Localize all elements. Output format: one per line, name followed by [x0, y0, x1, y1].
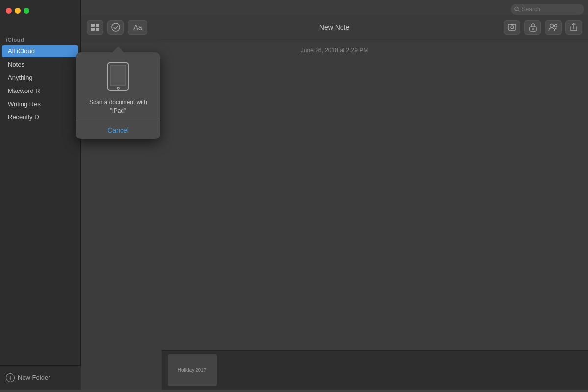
font-label: Aa — [133, 23, 142, 31]
svg-rect-15 — [110, 65, 126, 86]
sidebar: iCloud All iCloud Notes Anything Macword… — [0, 0, 81, 390]
minimize-button[interactable] — [15, 8, 21, 14]
toolbar-right-buttons — [504, 20, 582, 35]
thumbnail-strip: Holiday 2017 — [162, 350, 588, 390]
list-view-button[interactable] — [87, 20, 103, 35]
svg-point-13 — [555, 24, 557, 27]
svg-rect-4 — [91, 28, 95, 31]
new-folder-label: New Folder — [18, 374, 50, 381]
search-input[interactable] — [522, 6, 580, 13]
sidebar-item-macword-r[interactable]: Macword R — [2, 85, 78, 97]
svg-rect-5 — [96, 28, 99, 31]
svg-point-8 — [511, 26, 514, 29]
toolbar: Aa New Note — [81, 15, 588, 40]
svg-point-12 — [550, 24, 554, 27]
share-button[interactable] — [565, 20, 582, 35]
thumbnail-item[interactable]: Holiday 2017 — [168, 354, 217, 386]
plus-circle-icon: + — [6, 373, 15, 382]
people-icon — [548, 23, 558, 31]
sidebar-item-anything[interactable]: Anything — [2, 71, 78, 84]
svg-rect-2 — [91, 24, 95, 27]
search-bar[interactable] — [511, 4, 584, 15]
thumbnail-label: Holiday 2017 — [176, 366, 208, 375]
search-icon — [514, 6, 520, 12]
font-button[interactable]: Aa — [128, 20, 147, 35]
lock-icon — [529, 23, 537, 32]
photo-icon — [508, 23, 516, 31]
sidebar-item-recently-d[interactable]: Recently D — [2, 111, 78, 123]
svg-rect-3 — [96, 24, 99, 27]
share-icon — [570, 23, 578, 32]
svg-point-6 — [112, 23, 120, 31]
desktop: iCloud All iCloud Notes Anything Macword… — [0, 0, 588, 392]
note-title: New Note — [319, 23, 349, 31]
popup-content: Scan a document with "iPad" — [76, 52, 160, 121]
window-traffic-lights — [6, 8, 29, 14]
sidebar-item-writing-res[interactable]: Writing Res — [2, 98, 78, 110]
sidebar-item-notes[interactable]: Notes — [2, 58, 78, 70]
svg-line-1 — [518, 10, 519, 11]
svg-rect-7 — [508, 24, 516, 30]
checklist-button[interactable] — [107, 20, 124, 35]
popup-overlay: Scan a document with "iPad" Cancel — [76, 46, 160, 139]
sidebar-section-icloud: iCloud — [0, 27, 80, 45]
photo-button[interactable] — [504, 20, 520, 35]
close-button[interactable] — [6, 8, 12, 14]
new-folder-button[interactable]: + New Folder — [6, 373, 50, 382]
maximize-button[interactable] — [24, 8, 29, 14]
check-circle-icon — [111, 23, 120, 32]
collaboration-button[interactable] — [545, 20, 562, 35]
svg-point-0 — [515, 7, 518, 11]
svg-point-11 — [532, 28, 534, 30]
svg-rect-9 — [511, 24, 514, 25]
lock-button[interactable] — [524, 20, 541, 35]
sidebar-item-all-icloud[interactable]: All iCloud — [2, 45, 78, 57]
popup-cancel-button[interactable]: Cancel — [76, 121, 160, 139]
grid-icon — [91, 24, 99, 31]
sidebar-bottom: + New Folder — [0, 365, 81, 390]
svg-point-16 — [117, 87, 119, 89]
scan-document-popup: Scan a document with "iPad" Cancel — [76, 52, 160, 139]
popup-description: Scan a document with "iPad" — [89, 98, 147, 115]
ipad-icon — [106, 62, 130, 92]
